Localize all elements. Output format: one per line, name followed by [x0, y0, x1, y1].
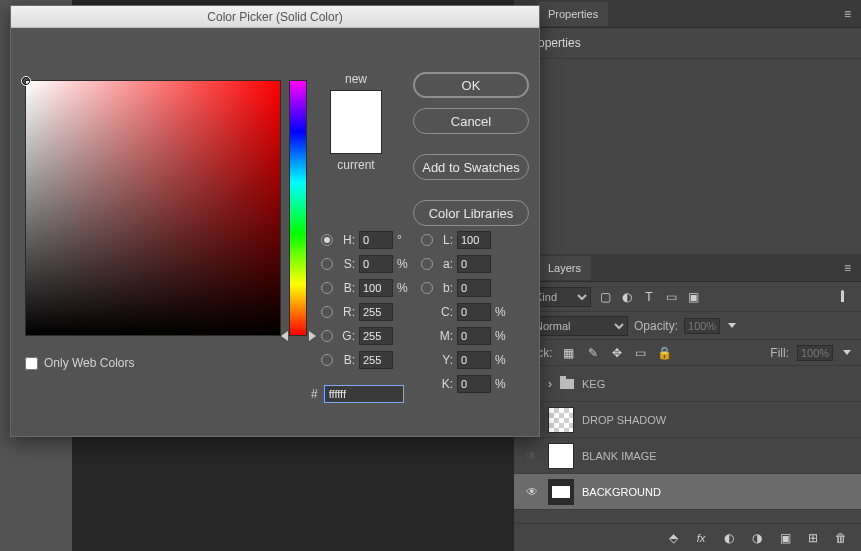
properties-panel-menu-icon[interactable]: ≡: [834, 1, 861, 27]
ok-button[interactable]: OK: [413, 72, 529, 98]
tab-layers[interactable]: Layers: [538, 256, 591, 280]
opacity-dropdown-icon[interactable]: [728, 323, 736, 328]
input-g[interactable]: [359, 327, 393, 345]
input-bhsb[interactable]: [359, 279, 393, 297]
only-web-checkbox[interactable]: [25, 357, 38, 370]
hue-pointer-left: [281, 331, 288, 341]
lock-artboard-icon[interactable]: ▭: [633, 345, 649, 361]
label-r: R:: [337, 305, 355, 319]
layer-thumb[interactable]: [548, 407, 574, 433]
input-c[interactable]: [457, 303, 491, 321]
input-m[interactable]: [457, 327, 491, 345]
lock-transparency-icon[interactable]: ▦: [561, 345, 577, 361]
input-blab[interactable]: [457, 279, 491, 297]
lock-brush-icon[interactable]: ✎: [585, 345, 601, 361]
radio-brgb[interactable]: [321, 354, 333, 366]
filter-smart-icon[interactable]: ▣: [685, 289, 701, 305]
radio-g[interactable]: [321, 330, 333, 342]
unit-s: %: [397, 257, 409, 271]
radio-s[interactable]: [321, 258, 333, 270]
tab-properties[interactable]: Properties: [538, 2, 608, 26]
opacity-input[interactable]: [684, 318, 720, 334]
label-bhsb: B:: [337, 281, 355, 295]
properties-tabbar: Properties ≡: [514, 0, 861, 28]
label-c: C:: [437, 305, 453, 319]
filter-toggle-icon[interactable]: ⏽: [835, 289, 851, 305]
right-panels: Properties ≡ Properties Layers ≡ Kind ▢ …: [514, 0, 861, 551]
layers-panel: Layers ≡ Kind ▢ ◐ T ▭ ▣ ⏽ Normal Opacity…: [514, 254, 861, 551]
layer-name[interactable]: KEG: [582, 378, 605, 390]
layer-name[interactable]: BACKGROUND: [582, 486, 661, 498]
opacity-label: Opacity:: [634, 319, 678, 333]
dialog-buttons: OK Cancel Add to Swatches Color Librarie…: [413, 72, 529, 236]
radio-h[interactable]: [321, 234, 333, 246]
adjustment-icon[interactable]: ◑: [749, 530, 765, 546]
swatch-new-label: new: [325, 72, 387, 86]
filter-pixel-icon[interactable]: ▢: [597, 289, 613, 305]
radio-blab[interactable]: [421, 282, 433, 294]
layer-name[interactable]: BLANK IMAGE: [582, 450, 657, 462]
mask-icon[interactable]: ◐: [721, 530, 737, 546]
hue-pointer-right: [309, 331, 316, 341]
filter-type-icon[interactable]: T: [641, 289, 657, 305]
layer-row-group[interactable]: 👁 › KEG: [514, 366, 861, 402]
layer-row-selected[interactable]: 👁 BACKGROUND: [514, 474, 861, 510]
input-k[interactable]: [457, 375, 491, 393]
layers-tabbar: Layers ≡: [514, 254, 861, 282]
hex-input[interactable]: [324, 385, 404, 403]
layer-thumb[interactable]: [548, 479, 574, 505]
unit-m: %: [495, 329, 507, 343]
add-to-swatches-button[interactable]: Add to Swatches: [413, 154, 529, 180]
filter-adjust-icon[interactable]: ◐: [619, 289, 635, 305]
link-layers-icon[interactable]: ⬘: [665, 530, 681, 546]
fx-icon[interactable]: fx: [693, 530, 709, 546]
unit-bhsb: %: [397, 281, 409, 295]
dialog-titlebar[interactable]: Color Picker (Solid Color): [11, 6, 539, 28]
radio-a[interactable]: [421, 258, 433, 270]
input-l[interactable]: [457, 231, 491, 249]
label-s: S:: [337, 257, 355, 271]
input-h[interactable]: [359, 231, 393, 249]
lock-all-icon[interactable]: 🔒: [657, 345, 673, 361]
hex-row: #: [311, 385, 404, 403]
properties-body: [514, 58, 861, 228]
input-r[interactable]: [359, 303, 393, 321]
saturation-value-field[interactable]: [25, 80, 281, 336]
label-k: K:: [437, 377, 453, 391]
layer-name[interactable]: DROP SHADOW: [582, 414, 666, 426]
hue-slider[interactable]: [289, 80, 307, 336]
input-brgb[interactable]: [359, 351, 393, 369]
layer-thumb[interactable]: [548, 443, 574, 469]
expand-icon[interactable]: ›: [548, 377, 552, 391]
input-s[interactable]: [359, 255, 393, 273]
filter-shape-icon[interactable]: ▭: [663, 289, 679, 305]
sv-marker[interactable]: [21, 76, 31, 86]
unit-c: %: [495, 305, 507, 319]
visibility-toggle[interactable]: 👁: [524, 449, 540, 463]
label-l: L:: [437, 233, 453, 247]
hex-label: #: [311, 387, 318, 401]
radio-r[interactable]: [321, 306, 333, 318]
cancel-button[interactable]: Cancel: [413, 108, 529, 134]
label-m: M:: [437, 329, 453, 343]
new-group-icon[interactable]: ▣: [777, 530, 793, 546]
swatch-preview: new current: [325, 72, 387, 176]
color-libraries-button[interactable]: Color Libraries: [413, 200, 529, 226]
only-web-colors[interactable]: Only Web Colors: [25, 356, 134, 370]
fill-input[interactable]: [797, 345, 833, 361]
input-y[interactable]: [457, 351, 491, 369]
new-layer-icon[interactable]: ⊞: [805, 530, 821, 546]
fill-label: Fill:: [770, 346, 789, 360]
radio-bhsb[interactable]: [321, 282, 333, 294]
fill-dropdown-icon[interactable]: [843, 350, 851, 355]
radio-l[interactable]: [421, 234, 433, 246]
label-g: G:: [337, 329, 355, 343]
layer-row[interactable]: 👁 BLANK IMAGE: [514, 438, 861, 474]
delete-layer-icon[interactable]: 🗑: [833, 530, 849, 546]
swatch-new-current[interactable]: [330, 90, 382, 154]
layer-row[interactable]: 👁 DROP SHADOW: [514, 402, 861, 438]
visibility-toggle[interactable]: 👁: [524, 485, 540, 499]
lock-position-icon[interactable]: ✥: [609, 345, 625, 361]
layers-panel-menu-icon[interactable]: ≡: [834, 255, 861, 281]
input-a[interactable]: [457, 255, 491, 273]
